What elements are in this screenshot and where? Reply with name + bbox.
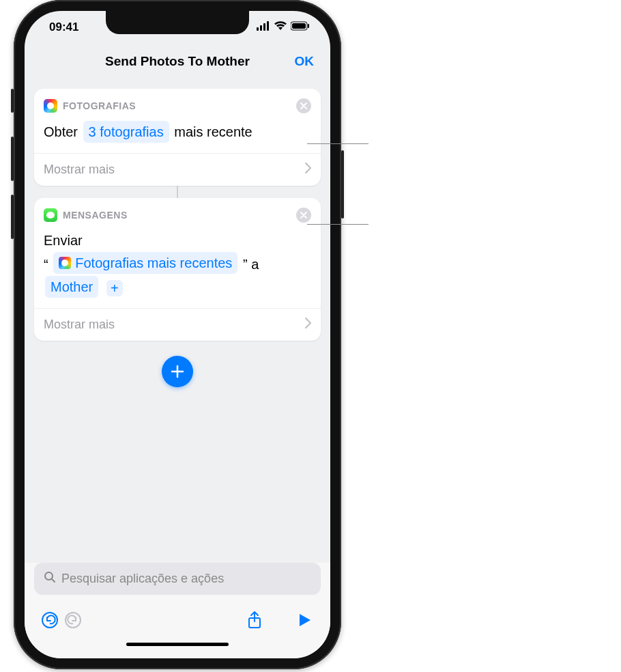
messages-app-icon [44, 208, 57, 222]
parameter-label: Fotografias mais recentes [75, 252, 232, 274]
action-text: mais recente [174, 124, 252, 139]
action-summary: Enviar “ Fotografias mais recentes ” a M… [34, 223, 321, 308]
nav-header: Send Photos To Mother OK [25, 44, 330, 79]
search-icon [44, 571, 56, 587]
photos-app-icon [59, 257, 71, 269]
quote-text: “ [44, 257, 48, 272]
parameter-count[interactable]: 3 fotografias [83, 121, 169, 143]
screen: 09:41 Send Photos To Mother OK [25, 11, 330, 658]
chevron-right-icon [305, 318, 311, 332]
svg-rect-5 [292, 23, 306, 29]
action-summary: Obter 3 fotografias mais recente [34, 113, 321, 153]
svg-rect-1 [260, 25, 262, 31]
action-text: Obter [44, 124, 78, 139]
phone-frame: 09:41 Send Photos To Mother OK [14, 0, 341, 669]
callout-line [307, 224, 369, 225]
bottom-panel: Pesquisar aplicações e ações [25, 563, 330, 658]
battery-icon [291, 20, 310, 34]
share-button[interactable] [243, 608, 266, 632]
action-text: a [251, 257, 259, 272]
photos-app-icon [44, 99, 57, 113]
action-connector [177, 186, 178, 198]
action-app-label: FOTOGRAFIAS [63, 100, 136, 111]
volume-up-button [11, 137, 14, 181]
show-more-label: Mostrar mais [44, 163, 115, 177]
cellular-icon [257, 20, 270, 34]
show-more-button[interactable]: Mostrar mais [34, 153, 321, 186]
add-recipient-button[interactable]: + [106, 280, 123, 296]
action-card-photos: FOTOGRAFIAS Obter 3 fotografias mais rec… [34, 89, 321, 186]
action-card-messages: MENSAGENS Enviar “ Fotografias mais rece… [34, 198, 321, 341]
action-app-label: MENSAGENS [63, 210, 128, 221]
silence-switch [11, 89, 14, 113]
notch [106, 11, 249, 34]
parameter-content[interactable]: Fotografias mais recentes [53, 252, 237, 274]
delete-action-button[interactable] [296, 208, 311, 223]
redo-button [61, 608, 85, 632]
page-title: Send Photos To Mother [105, 54, 250, 69]
toolbar [34, 604, 321, 636]
svg-rect-2 [263, 23, 265, 31]
done-button[interactable]: OK [295, 54, 315, 69]
svg-rect-6 [308, 24, 309, 28]
show-more-button[interactable]: Mostrar mais [34, 308, 321, 341]
side-button [341, 150, 344, 219]
quote-text: ” [243, 257, 248, 272]
svg-rect-0 [257, 27, 259, 31]
svg-rect-3 [267, 21, 269, 31]
add-action-button[interactable] [162, 356, 193, 387]
chevron-right-icon [305, 163, 311, 177]
volume-down-button [11, 195, 14, 239]
clock: 09:41 [49, 20, 78, 34]
delete-action-button[interactable] [296, 98, 311, 113]
run-button[interactable] [293, 608, 317, 632]
undo-button[interactable] [38, 608, 61, 632]
home-indicator[interactable] [126, 643, 229, 646]
callout-line [307, 143, 369, 144]
shortcut-editor: FOTOGRAFIAS Obter 3 fotografias mais rec… [25, 79, 330, 570]
wifi-icon [274, 20, 287, 34]
show-more-label: Mostrar mais [44, 318, 115, 332]
search-placeholder: Pesquisar aplicações e ações [61, 572, 224, 586]
parameter-recipient[interactable]: Mother [45, 276, 98, 298]
action-text: Enviar [44, 233, 83, 248]
search-input[interactable]: Pesquisar aplicações e ações [34, 563, 321, 595]
